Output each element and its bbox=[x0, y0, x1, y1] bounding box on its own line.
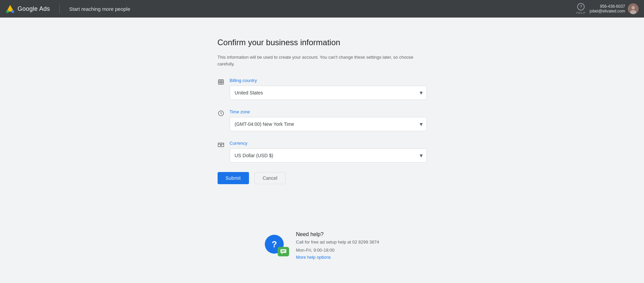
help-text-block: Need help? Call for free ad setup help a… bbox=[296, 231, 379, 260]
user-info: 956-436-6037 jobel@elivated.com bbox=[590, 3, 639, 14]
svg-point-9 bbox=[220, 145, 221, 146]
main-content: Confirm your business information This i… bbox=[0, 18, 644, 198]
currency-label: Currency bbox=[230, 141, 427, 146]
help-button[interactable]: ? HELP bbox=[577, 3, 586, 15]
timezone-select[interactable]: (GMT-04:00) New York Time bbox=[230, 117, 427, 131]
billing-country-icon bbox=[218, 79, 224, 87]
svg-point-4 bbox=[632, 6, 635, 9]
svg-point-1 bbox=[6, 10, 9, 13]
info-notice: This information will be used to create … bbox=[218, 54, 427, 67]
avatar-image bbox=[628, 3, 639, 14]
help-section: ? Need help? Call for free ad setup help… bbox=[0, 225, 644, 266]
svg-rect-6 bbox=[218, 80, 223, 84]
timezone-select-wrapper: (GMT-04:00) New York Time ▾ bbox=[230, 117, 427, 131]
brand-name: Google Ads bbox=[18, 5, 50, 12]
billing-country-group: Billing country United States ▾ bbox=[218, 78, 427, 100]
billing-country-select[interactable]: United States bbox=[230, 86, 427, 100]
currency-select[interactable]: US Dollar (USD $) bbox=[230, 148, 427, 163]
user-email: jobel@elivated.com bbox=[590, 9, 625, 13]
svg-point-5 bbox=[630, 10, 636, 14]
help-label: HELP bbox=[577, 11, 586, 15]
currency-select-wrapper: US Dollar (USD $) ▾ bbox=[230, 148, 427, 163]
currency-icon bbox=[218, 141, 224, 149]
help-hours: Mon-Fri, 9:00-18:00 bbox=[296, 247, 379, 254]
form-container: Confirm your business information This i… bbox=[218, 38, 427, 184]
google-ads-logo-icon bbox=[5, 4, 15, 13]
header-right: ? HELP 956-436-6037 jobel@elivated.com bbox=[577, 3, 639, 15]
info-notice-text: This information will be used to create … bbox=[218, 55, 414, 66]
cancel-button[interactable]: Cancel bbox=[254, 172, 286, 184]
billing-country-content: Billing country United States ▾ bbox=[230, 78, 427, 100]
header: Google Ads Start reaching more people ? … bbox=[0, 0, 644, 18]
submit-button[interactable]: Submit bbox=[218, 172, 249, 184]
button-row: Submit Cancel bbox=[218, 172, 427, 184]
help-description: Call for free ad setup help at 02 8299 3… bbox=[296, 239, 379, 246]
currency-content: Currency US Dollar (USD $) ▾ bbox=[230, 141, 427, 163]
chat-bubble bbox=[278, 247, 289, 256]
timezone-group: Time zone (GMT-04:00) New York Time ▾ bbox=[218, 109, 427, 131]
google-ads-logo: Google Ads bbox=[5, 4, 50, 13]
user-phone: 956-436-6037 bbox=[590, 4, 625, 9]
timezone-label: Time zone bbox=[230, 109, 427, 114]
header-subtitle: Start reaching more people bbox=[69, 6, 130, 12]
chat-icon bbox=[280, 249, 287, 254]
timezone-content: Time zone (GMT-04:00) New York Time ▾ bbox=[230, 109, 427, 131]
help-question-mark: ? bbox=[272, 239, 277, 250]
currency-group: Currency US Dollar (USD $) ▾ bbox=[218, 141, 427, 163]
avatar[interactable] bbox=[628, 3, 639, 14]
page-title: Confirm your business information bbox=[218, 38, 427, 47]
billing-country-select-wrapper: United States ▾ bbox=[230, 86, 427, 100]
billing-country-label: Billing country bbox=[230, 78, 427, 83]
header-left: Google Ads Start reaching more people bbox=[5, 4, 130, 13]
timezone-icon bbox=[218, 110, 224, 118]
header-divider bbox=[59, 4, 60, 13]
more-help-options-link[interactable]: More help options bbox=[296, 255, 379, 260]
svg-point-2 bbox=[11, 10, 14, 13]
help-icon: ? bbox=[577, 3, 585, 10]
help-icons: ? bbox=[265, 235, 289, 256]
svg-rect-10 bbox=[280, 249, 286, 253]
help-title: Need help? bbox=[296, 231, 379, 237]
